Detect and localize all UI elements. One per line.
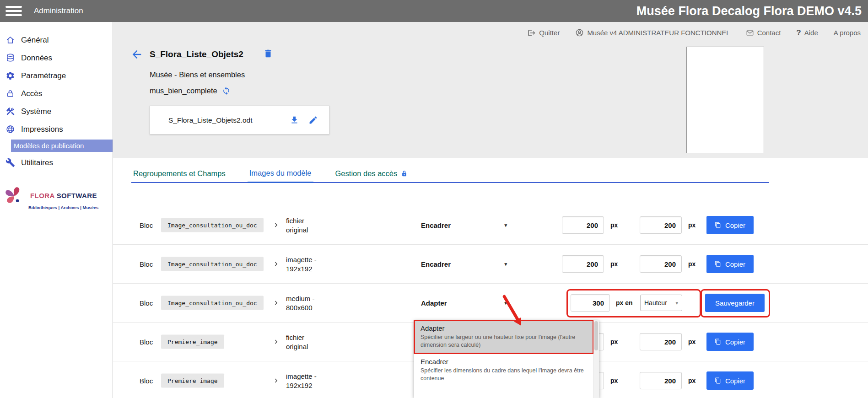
sidebar-item-donnees[interactable]: Données: [0, 49, 113, 67]
mode-dropdown[interactable]: Encadrer▾: [421, 260, 507, 268]
bloc-chip: Premiere_image: [161, 374, 224, 388]
quitter-link[interactable]: Quitter: [528, 29, 560, 37]
copy-icon: [715, 222, 721, 228]
sidebar-item-modeles-de-publication[interactable]: Modèles de publication: [11, 140, 113, 152]
chevron-right-icon: [272, 260, 280, 268]
main-area: Quitter Musée v4 ADMINISTRATEUR FONCTION…: [113, 22, 868, 398]
content-panel: Regroupements et Champs Images du modèle…: [113, 158, 868, 398]
table-row-adapter: Bloc Image_consultation_ou_doc medium - …: [113, 284, 868, 323]
a-propos-link[interactable]: A propos: [834, 29, 861, 37]
mode-dropdown[interactable]: Encadrer▾: [421, 221, 507, 229]
globe-icon: [5, 124, 15, 134]
wrench-icon: [5, 158, 15, 167]
aide-link[interactable]: ? Aide: [796, 28, 818, 38]
database-icon: [5, 53, 15, 63]
image-variant-label: imagette - 192x192: [286, 372, 368, 390]
user-icon: [575, 28, 584, 37]
lock-icon: [5, 89, 15, 98]
subheader: Quitter Musée v4 ADMINISTRATEUR FONCTION…: [113, 22, 868, 43]
lock-badge-icon: [401, 170, 408, 177]
sidebar-item-acces[interactable]: Accès: [0, 85, 113, 102]
width-input[interactable]: [562, 255, 604, 273]
tools-icon: [5, 107, 15, 116]
trash-icon[interactable]: [263, 48, 273, 59]
bloc-chip: Image_consultation_ou_doc: [161, 257, 264, 271]
chevron-down-icon: ▾: [504, 261, 507, 267]
gear-icon: [5, 71, 15, 81]
envelope-icon: [746, 29, 754, 37]
question-icon: ?: [796, 28, 801, 38]
copy-icon: [715, 261, 721, 267]
copier-button[interactable]: Copier: [706, 371, 754, 390]
height-input[interactable]: [640, 216, 682, 234]
chevron-down-icon: ▾: [504, 222, 507, 228]
tab-gestion-des-acces[interactable]: Gestion des accès: [334, 165, 410, 182]
bloc-chip: Image_consultation_ou_doc: [161, 218, 264, 232]
download-icon[interactable]: [290, 115, 299, 125]
mode-dropdown-menu: Adapter Spécifier une largeur ou une hau…: [414, 320, 599, 398]
template-preview: [686, 47, 764, 153]
tab-regroupements-et-champs[interactable]: Regroupements et Champs: [131, 165, 227, 182]
document-code: mus_bien_complete: [150, 86, 217, 95]
menu-scrollbar[interactable]: [593, 320, 599, 398]
image-variant-label: medium - 800x600: [286, 294, 368, 312]
dimension-select[interactable]: Hauteur▾: [640, 295, 682, 311]
chevron-right-icon: [272, 377, 280, 384]
sauvegarder-button[interactable]: Sauvegarder: [705, 294, 765, 312]
height-input[interactable]: [640, 333, 682, 350]
dropdown-option-adapter[interactable]: Adapter Spécifier une largeur ou une hau…: [414, 320, 593, 354]
chevron-right-icon: [272, 221, 280, 229]
copy-icon: [715, 339, 721, 345]
dropdown-option-encadrer[interactable]: Encadrer Spécifier les dimensions du cad…: [414, 354, 593, 387]
copier-button[interactable]: Copier: [706, 216, 754, 234]
width-input[interactable]: [562, 216, 604, 234]
hamburger-menu-icon[interactable]: [5, 6, 22, 16]
image-variant-label: imagette - 192x192: [286, 255, 368, 273]
topbar: Administration Musée Flora Decalog Flora…: [0, 0, 868, 22]
refresh-icon[interactable]: [222, 86, 231, 95]
table-row: Bloc Image_consultation_ou_doc imagette …: [113, 245, 868, 284]
page-title: Musée Flora Decalog Flora DEMO v4.5: [636, 4, 862, 18]
bloc-chip: Image_consultation_ou_doc: [161, 296, 264, 310]
height-input[interactable]: [640, 372, 682, 389]
copier-button[interactable]: Copier: [706, 255, 754, 273]
flora-software-logo: FLORA SOFTWARE Bibliothèques | Archives …: [3, 183, 111, 210]
chevron-right-icon: [272, 299, 280, 307]
table-row: Bloc Image_consultation_ou_doc fichier o…: [113, 206, 868, 245]
chevron-right-icon: [272, 338, 280, 345]
back-arrow-icon[interactable]: [130, 48, 143, 61]
sidebar: Général Données Paramétrage Accès Systèm…: [0, 22, 113, 398]
sidebar-item-general[interactable]: Général: [0, 31, 113, 49]
document-subtitle: Musée - Biens et ensembles: [150, 70, 245, 79]
logout-icon: [528, 29, 536, 37]
size-input[interactable]: [571, 294, 610, 312]
sidebar-item-parametrage[interactable]: Paramétrage: [0, 67, 113, 85]
tab-images-du-modele[interactable]: Images du modèle: [248, 165, 313, 183]
brand-name: FLORA SOFTWARE: [30, 192, 97, 199]
user-account[interactable]: Musée v4 ADMINISTRATEUR FONCTIONNEL: [575, 28, 730, 37]
contact-link[interactable]: Contact: [746, 29, 781, 37]
home-icon: [5, 35, 15, 45]
height-input[interactable]: [640, 255, 682, 273]
brand-tagline: Bibliothèques | Archives | Musées: [28, 205, 111, 210]
chevron-down-icon: ▾: [675, 300, 678, 306]
document-code-row: mus_bien_complete: [150, 86, 231, 95]
document-title: S_Flora_Liste_Objets2: [150, 49, 243, 59]
sidebar-item-systeme[interactable]: Système: [0, 102, 113, 120]
image-variant-label: fichier original: [286, 333, 368, 351]
bloc-chip: Premiere_image: [161, 335, 224, 349]
copy-icon: [715, 377, 721, 384]
mode-dropdown-open[interactable]: Adapter▾: [421, 299, 507, 307]
flora-butterfly-icon: [3, 183, 26, 208]
sidebar-item-utilitaires[interactable]: Utilitaires: [0, 154, 113, 172]
sidebar-item-impressions[interactable]: Impressions: [0, 120, 113, 138]
edit-pencil-icon[interactable]: [308, 115, 318, 125]
copier-button[interactable]: Copier: [706, 333, 754, 351]
chevron-down-icon: ▾: [504, 300, 507, 306]
tab-bar: Regroupements et Champs Images du modèle…: [131, 164, 769, 183]
template-filename: S_Flora_Liste_Objets2.odt: [168, 116, 253, 124]
template-file-card: S_Flora_Liste_Objets2.odt: [150, 106, 329, 134]
app-label: Administration: [34, 6, 83, 16]
image-variant-label: fichier original: [286, 216, 368, 234]
